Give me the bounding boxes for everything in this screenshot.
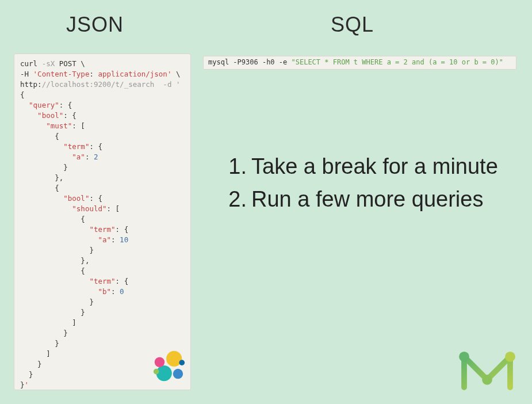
svg-point-4 — [154, 369, 159, 375]
m-logo-icon — [456, 346, 519, 392]
json-code-block: curl -sX POST \ -H 'Content-Type: applic… — [14, 54, 191, 390]
svg-point-0 — [166, 351, 182, 367]
svg-point-6 — [459, 352, 469, 362]
svg-point-8 — [505, 352, 515, 362]
svg-point-2 — [155, 357, 164, 367]
svg-point-5 — [179, 360, 185, 365]
svg-point-7 — [482, 375, 492, 385]
list-item: 2. Run a few more queries — [227, 184, 515, 215]
sql-code-block: mysql -P9306 -h0 -e "SELECT * FROM t WHE… — [203, 56, 516, 70]
svg-point-3 — [173, 369, 183, 379]
elastic-logo-icon — [151, 348, 186, 384]
list-item: 1. Take a break for a minute — [227, 151, 515, 182]
svg-point-1 — [156, 365, 172, 381]
bullet-list: 1. Take a break for a minute 2. Run a fe… — [227, 151, 515, 216]
heading-sql: SQL — [331, 13, 374, 37]
heading-json: JSON — [66, 13, 124, 37]
